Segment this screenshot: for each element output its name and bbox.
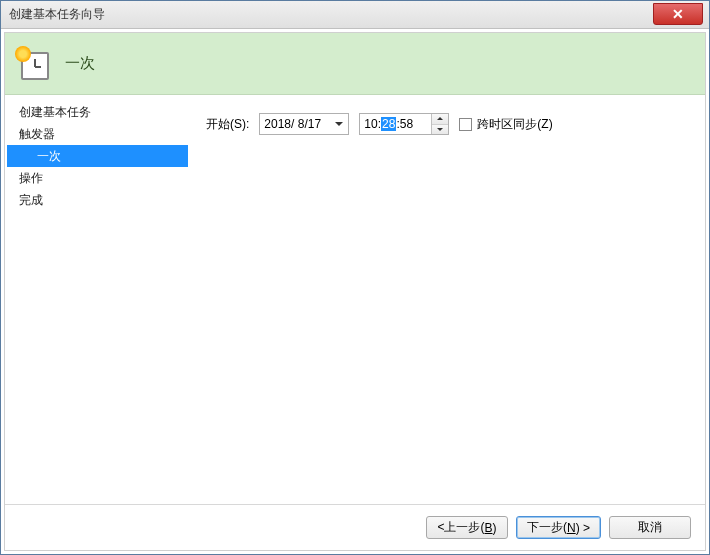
next-button[interactable]: 下一步(N) > (516, 516, 601, 539)
time-spinner[interactable]: 10:28:58 (359, 113, 449, 135)
window-title: 创建基本任务向导 (9, 6, 105, 23)
sidebar-item-finish[interactable]: 完成 (7, 189, 188, 211)
spin-up-button[interactable] (432, 114, 448, 125)
close-icon: ✕ (672, 6, 684, 22)
back-button[interactable]: <上一步(B) (426, 516, 508, 539)
sidebar-item-action[interactable]: 操作 (7, 167, 188, 189)
content-area: 一次 创建基本任务 触发器 一次 操作 完成 开始(S): 2018/ 8/17 (4, 32, 706, 551)
sync-timezone-label: 跨时区同步(Z) (477, 116, 552, 133)
wizard-body: 创建基本任务 触发器 一次 操作 完成 开始(S): 2018/ 8/17 1 (5, 95, 705, 504)
schedule-icon (17, 48, 49, 80)
date-dropdown-button[interactable] (332, 117, 346, 131)
titlebar: 创建基本任务向导 ✕ (1, 1, 709, 29)
start-label: 开始(S): (206, 113, 249, 133)
close-button[interactable]: ✕ (653, 3, 703, 25)
main-panel: 开始(S): 2018/ 8/17 10:28:58 (188, 95, 705, 504)
wizard-step-title: 一次 (65, 54, 95, 73)
chevron-down-icon (335, 122, 343, 126)
wizard-window: 创建基本任务向导 ✕ 一次 创建基本任务 触发器 一次 操作 完成 (0, 0, 710, 555)
sidebar-item-once[interactable]: 一次 (7, 145, 188, 167)
sync-timezone-checkbox[interactable] (459, 118, 472, 131)
time-value: 10:28:58 (364, 117, 413, 131)
date-value: 2018/ 8/17 (264, 117, 321, 131)
wizard-header: 一次 (5, 33, 705, 95)
sync-timezone-option: 跨时区同步(Z) (459, 113, 552, 133)
spin-down-button[interactable] (432, 125, 448, 135)
time-minute-selected: 28 (381, 117, 396, 131)
wizard-sidebar: 创建基本任务 触发器 一次 操作 完成 (5, 95, 188, 504)
chevron-down-icon (437, 128, 443, 131)
sidebar-item-create-task[interactable]: 创建基本任务 (7, 101, 188, 123)
sidebar-item-trigger[interactable]: 触发器 (7, 123, 188, 145)
cancel-button[interactable]: 取消 (609, 516, 691, 539)
date-picker[interactable]: 2018/ 8/17 (259, 113, 349, 135)
spinner-buttons (431, 114, 448, 134)
wizard-footer: <上一步(B) 下一步(N) > 取消 (5, 504, 705, 550)
chevron-up-icon (437, 117, 443, 120)
